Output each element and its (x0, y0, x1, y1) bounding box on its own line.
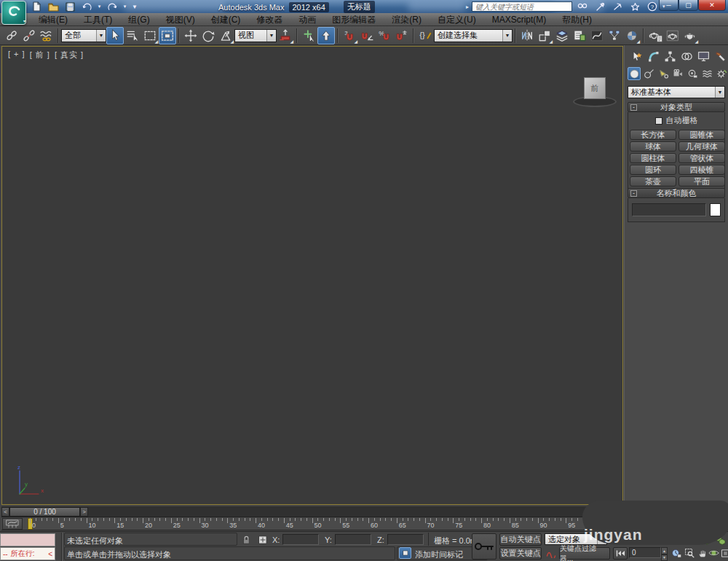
set-key-button[interactable]: 设置关键点 (499, 547, 542, 560)
dropdown-arrow-icon[interactable]: ▼ (266, 30, 276, 42)
viewport-menu-shading[interactable]: [ 真实 ] (55, 50, 84, 60)
rollout-collapse-icon[interactable]: - (630, 190, 637, 197)
app-logo-button[interactable]: ▾ (1, 1, 26, 25)
subtab-systems[interactable] (715, 67, 728, 80)
select-and-manipulate-icon[interactable] (300, 27, 317, 44)
next-frame-button[interactable]: > (80, 507, 88, 517)
help-icon[interactable]: ? (645, 1, 660, 12)
selection-lock-toggle-icon[interactable] (240, 534, 253, 546)
close-button[interactable]: ✕ (698, 0, 726, 11)
name-color-rollout-header[interactable]: - 名称和颜色 (628, 188, 725, 198)
percent-snap-toggle-icon[interactable]: % (376, 27, 393, 44)
edit-named-selection-sets-icon[interactable]: {} (416, 27, 434, 44)
render-production-icon[interactable]: ◢ (681, 27, 699, 44)
reference-coordinate-dropdown[interactable]: 视图▼ (234, 29, 277, 42)
named-selection-sets-dropdown[interactable]: 创建选择集▼ (434, 29, 513, 42)
keyboard-shortcut-override-icon[interactable] (317, 27, 335, 44)
use-pivot-point-center-icon[interactable]: ◢ (277, 27, 294, 44)
maximize-viewport-toggle-icon[interactable] (719, 547, 728, 559)
object-name-input[interactable] (632, 203, 706, 216)
pan-hand-icon[interactable] (696, 547, 708, 559)
viewcube-front-face[interactable]: 前 (584, 77, 606, 99)
menu-item-3[interactable]: 视图(V) (158, 13, 203, 26)
track-ruler[interactable]: 05101520253035404550556065707580859095 (1, 518, 623, 530)
search-icon[interactable] (575, 1, 590, 12)
schematic-view-icon[interactable] (606, 27, 623, 44)
object-type-button-1[interactable]: 圆锥体 (678, 130, 725, 140)
orbit-icon[interactable] (708, 547, 720, 559)
macro-recorder-field[interactable] (0, 533, 55, 546)
menu-item-0[interactable]: 编辑(E) (31, 13, 76, 26)
redo-icon[interactable] (105, 1, 119, 12)
maximize-button[interactable]: ▢ (678, 0, 698, 11)
customize-quick-access-icon[interactable]: ▼ (130, 1, 139, 12)
select-by-name-icon[interactable] (124, 27, 141, 44)
menu-item-1[interactable]: 工具(T) (76, 13, 120, 26)
time-configuration-icon[interactable] (670, 547, 682, 559)
zoom-region-icon[interactable] (683, 547, 695, 559)
menu-item-10[interactable]: MAXScript(M) (484, 13, 555, 26)
spinner-down-icon[interactable]: ▼ (661, 554, 668, 561)
tab-motion[interactable] (679, 49, 694, 63)
tab-hierarchy[interactable] (662, 49, 677, 63)
subtab-geometry[interactable] (628, 67, 641, 80)
bind-to-space-warp-icon[interactable] (38, 27, 55, 44)
material-editor-icon[interactable]: ◢ (623, 27, 641, 44)
primitive-category-dropdown[interactable]: 标准基本体▼ (628, 86, 725, 98)
save-file-icon[interactable] (63, 1, 77, 12)
object-type-button-5[interactable]: 管状体 (678, 153, 725, 163)
tab-create[interactable] (629, 49, 644, 63)
go-to-start-button[interactable] (613, 547, 628, 560)
menu-item-5[interactable]: 修改器 (248, 13, 290, 26)
object-type-button-2[interactable]: 球体 (630, 141, 676, 152)
viewport-menu-general[interactable]: [ + ] (8, 50, 25, 60)
communication-center-icon[interactable] (593, 1, 607, 12)
minimize-button[interactable]: ─ (659, 0, 678, 11)
tab-modify[interactable] (646, 49, 660, 63)
snaps-toggle-3d-icon[interactable]: 3 ◢ (341, 27, 358, 44)
frame-spinner[interactable]: ▲ ▼ (661, 547, 668, 560)
render-setup-icon[interactable] (646, 27, 664, 44)
object-type-button-8[interactable]: 茶壶 (630, 176, 676, 187)
select-and-scale-icon[interactable]: ◢ (217, 27, 234, 44)
rollout-collapse-icon[interactable]: - (630, 104, 637, 111)
script-listener-field[interactable]: -- 所在行: < (0, 547, 55, 560)
undo-dropdown-icon[interactable]: ▾ (96, 1, 103, 12)
x-coordinate-field[interactable] (282, 534, 319, 545)
default-in-out-tangents-icon[interactable] (545, 547, 557, 559)
object-type-button-4[interactable]: 圆柱体 (630, 153, 676, 163)
auto-key-button[interactable]: 自动关键点 (499, 533, 542, 546)
rectangular-selection-region-icon[interactable]: ◢ (141, 27, 159, 44)
dropdown-arrow-icon[interactable]: ▼ (96, 30, 106, 42)
object-type-button-3[interactable]: 几何球体 (678, 141, 725, 152)
spinner-snap-toggle-icon[interactable] (393, 27, 411, 44)
listener-scroll-icon[interactable]: < (48, 550, 52, 558)
new-scene-icon[interactable] (29, 1, 44, 12)
tab-utilities[interactable] (713, 49, 727, 63)
viewcube[interactable]: 前 (571, 67, 618, 111)
search-input[interactable] (472, 1, 572, 12)
select-and-move-icon[interactable] (182, 27, 199, 44)
menu-item-9[interactable]: 自定义(U) (430, 13, 484, 26)
subtab-space-warps[interactable] (700, 67, 713, 80)
subtab-helpers[interactable] (686, 67, 699, 80)
object-color-swatch[interactable] (710, 203, 721, 216)
object-type-button-6[interactable]: 圆环 (630, 165, 676, 175)
select-and-link-icon[interactable] (3, 27, 20, 44)
menu-item-7[interactable]: 图形编辑器 (324, 13, 384, 26)
dropdown-arrow-icon[interactable]: ▼ (502, 30, 512, 42)
object-type-button-9[interactable]: 平面 (678, 176, 725, 187)
unlink-selection-icon[interactable] (20, 27, 38, 44)
mirror-icon[interactable] (518, 27, 536, 44)
selection-filter-dropdown[interactable]: 全部▼ (61, 29, 106, 42)
subtab-cameras[interactable] (671, 67, 684, 80)
select-and-rotate-icon[interactable] (199, 27, 217, 44)
menu-item-4[interactable]: 创建(C) (203, 13, 249, 26)
time-slider-handle[interactable]: 0 / 100 (9, 507, 80, 517)
z-coordinate-field[interactable] (387, 534, 424, 545)
curve-editor-icon[interactable] (588, 27, 606, 44)
favorites-star-icon[interactable] (628, 1, 642, 12)
layer-manager-icon[interactable] (553, 27, 571, 44)
autogrid-checkbox[interactable] (655, 117, 662, 125)
angle-snap-toggle-icon[interactable] (358, 27, 376, 44)
